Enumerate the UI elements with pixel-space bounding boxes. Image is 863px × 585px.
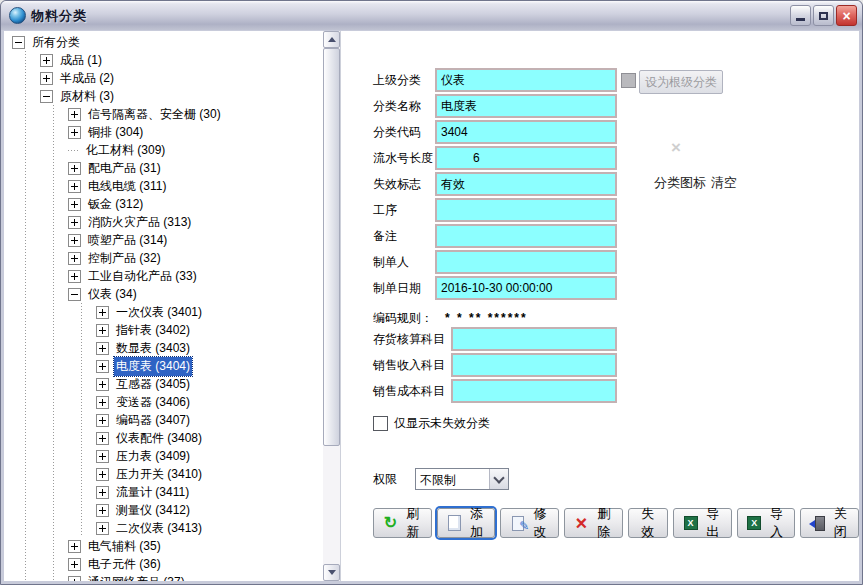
tree-item-label[interactable]: 化工材料 (309) [84, 141, 167, 160]
remark-field[interactable] [435, 224, 617, 248]
tree-item[interactable]: 互感器 (3405) [4, 375, 322, 393]
import-button[interactable]: 导入 [737, 508, 796, 538]
tree-item[interactable]: 配电产品 (31) [4, 159, 322, 177]
category-name-field[interactable] [435, 94, 617, 118]
expand-icon[interactable] [68, 162, 81, 175]
expand-icon[interactable] [96, 414, 109, 427]
title-bar[interactable]: 物料分类 × [1, 1, 862, 30]
expand-icon[interactable] [68, 252, 81, 265]
expand-icon[interactable] [68, 198, 81, 211]
expand-icon[interactable] [68, 180, 81, 193]
tree-item[interactable]: 二次仪表 (3413) [4, 519, 322, 537]
tree-item-label[interactable]: 电度表 (3404) [114, 357, 192, 376]
serial-length-field[interactable] [435, 146, 617, 170]
scrollbar-up-button[interactable] [323, 31, 340, 48]
tree-item-label[interactable]: 测量仪 (3412) [114, 501, 192, 520]
tree-item[interactable]: 成品 (1) [4, 51, 322, 69]
tree-item-label[interactable]: 压力开关 (3410) [114, 465, 204, 484]
process-field[interactable] [435, 198, 617, 222]
show-active-only-checkbox[interactable] [373, 416, 388, 431]
expand-icon[interactable] [68, 576, 81, 582]
tree-item[interactable]: 钣金 (312) [4, 195, 322, 213]
set-root-category-button[interactable]: 设为根级分类 [639, 70, 723, 94]
expand-icon[interactable] [96, 360, 109, 373]
tree-item[interactable]: 编码器 (3407) [4, 411, 322, 429]
tree-item[interactable]: 压力表 (3409) [4, 447, 322, 465]
permission-select[interactable]: 不限制 [415, 468, 509, 490]
expand-icon[interactable] [96, 486, 109, 499]
expand-icon[interactable] [96, 468, 109, 481]
tree-item[interactable]: 电度表 (3404) [4, 357, 322, 375]
parent-category-field[interactable] [435, 68, 617, 92]
expand-icon[interactable] [68, 108, 81, 121]
tree-item[interactable]: 通讯网络产品 (37) [4, 573, 322, 581]
tree-item-label[interactable]: 仪表 (34) [86, 285, 139, 304]
tree-item[interactable]: 原材料 (3) [4, 87, 322, 105]
tree-item-label[interactable]: 编码器 (3407) [114, 411, 192, 430]
expand-icon[interactable] [96, 396, 109, 409]
expand-icon[interactable] [68, 558, 81, 571]
expand-icon[interactable] [96, 306, 109, 319]
tree-item-label[interactable]: 变送器 (3406) [114, 393, 192, 412]
scrollbar-down-button[interactable] [323, 564, 340, 581]
modify-button[interactable]: 修改 [500, 508, 559, 538]
collapse-icon[interactable] [12, 36, 25, 49]
tree-item-label[interactable]: 钣金 (312) [86, 195, 145, 214]
expand-icon[interactable] [96, 378, 109, 391]
expand-icon[interactable] [96, 432, 109, 445]
tree-item-label[interactable]: 半成品 (2) [58, 69, 116, 88]
add-button[interactable]: 添加 [437, 508, 496, 538]
tree-item[interactable]: 电气辅料 (35) [4, 537, 322, 555]
export-button[interactable]: 导出 [673, 508, 732, 538]
tree-item[interactable]: 仪表 (34) [4, 285, 322, 303]
maximize-button[interactable] [813, 5, 834, 26]
tree-item[interactable]: 铜排 (304) [4, 123, 322, 141]
tree-item-label[interactable]: 所有分类 [30, 33, 82, 52]
tree-item-label[interactable]: 铜排 (304) [86, 123, 145, 142]
expand-icon[interactable] [68, 126, 81, 139]
close-button[interactable]: 关闭 [800, 508, 859, 538]
creator-field[interactable] [435, 250, 617, 274]
tree-item[interactable]: 测量仪 (3412) [4, 501, 322, 519]
tree-item-label[interactable]: 仪表配件 (3408) [114, 429, 204, 448]
expand-icon[interactable] [40, 54, 53, 67]
tree-item[interactable]: 喷塑产品 (314) [4, 231, 322, 249]
tree-scrollbar[interactable] [323, 31, 340, 581]
tree-item-label[interactable]: 电气辅料 (35) [86, 537, 163, 556]
tree-item[interactable]: 压力开关 (3410) [4, 465, 322, 483]
tree-item[interactable]: 数显表 (3403) [4, 339, 322, 357]
tree-item-label[interactable]: 消防火灾产品 (313) [86, 213, 193, 232]
tree-item-label[interactable]: 通讯网络产品 (37) [86, 573, 187, 582]
collapse-icon[interactable] [68, 288, 81, 301]
tree-item[interactable]: 流量计 (3411) [4, 483, 322, 501]
expand-icon[interactable] [68, 216, 81, 229]
minimize-button[interactable] [790, 5, 811, 26]
browse-parent-button[interactable] [621, 73, 636, 88]
expand-icon[interactable] [96, 504, 109, 517]
tree-item-label[interactable]: 压力表 (3409) [114, 447, 192, 466]
tree-item[interactable]: 电子元件 (36) [4, 555, 322, 573]
tree-item[interactable]: 信号隔离器、安全栅 (30) [4, 105, 322, 123]
expand-icon[interactable] [68, 540, 81, 553]
tree-item[interactable]: 工业自动化产品 (33) [4, 267, 322, 285]
tree-item[interactable]: 半成品 (2) [4, 69, 322, 87]
expand-icon[interactable] [96, 342, 109, 355]
tree-item-label[interactable]: 电子元件 (36) [86, 555, 163, 574]
clear-icon-link[interactable]: 清空 [711, 174, 737, 192]
tree-item[interactable]: 电线电缆 (311) [4, 177, 322, 195]
inventory-subject-field[interactable] [451, 327, 617, 351]
invalid-flag-field[interactable] [435, 172, 617, 196]
expand-icon[interactable] [68, 270, 81, 283]
tree-item-label[interactable]: 指针表 (3402) [114, 321, 192, 340]
tree-item[interactable]: 变送器 (3406) [4, 393, 322, 411]
tree-item-label[interactable]: 数显表 (3403) [114, 339, 192, 358]
tree-item[interactable]: 化工材料 (309) [4, 141, 322, 159]
tree-item-label[interactable]: 二次仪表 (3413) [114, 519, 204, 538]
tree-item[interactable]: 指针表 (3402) [4, 321, 322, 339]
tree-item[interactable]: 控制产品 (32) [4, 249, 322, 267]
tree-item[interactable]: 所有分类 [4, 33, 322, 51]
tree-item-label[interactable]: 电线电缆 (311) [86, 177, 168, 196]
tree-item[interactable]: 仪表配件 (3408) [4, 429, 322, 447]
tree-item-label[interactable]: 一次仪表 (3401) [114, 303, 204, 322]
expand-icon[interactable] [96, 450, 109, 463]
